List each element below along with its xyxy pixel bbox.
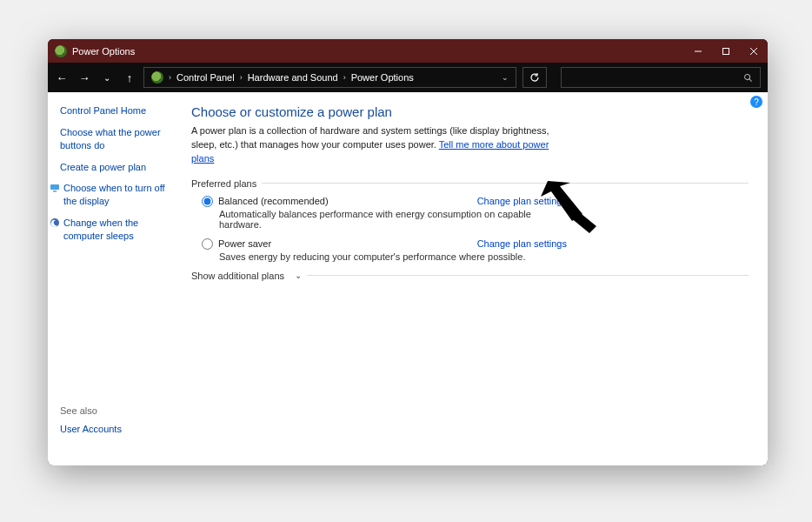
refresh-button[interactable] bbox=[522, 67, 547, 88]
chevron-down-icon[interactable]: ⌄ bbox=[502, 73, 509, 82]
help-icon[interactable]: ? bbox=[750, 96, 762, 108]
breadcrumb[interactable]: › Control Panel › Hardware and Sound › P… bbox=[143, 67, 516, 88]
plan-name: Power saver bbox=[218, 238, 271, 249]
see-also-label: See also bbox=[60, 405, 174, 416]
sidebar-link[interactable]: Choose what the power buttons do bbox=[60, 126, 174, 152]
svg-rect-1 bbox=[723, 48, 729, 54]
plan-description: Saves energy by reducing your computer's… bbox=[219, 251, 567, 262]
sidebar: Control Panel Home Choose what the power… bbox=[48, 92, 174, 465]
content-area: Control Panel Home Choose what the power… bbox=[48, 92, 768, 465]
radio-input[interactable] bbox=[202, 238, 213, 250]
display-icon bbox=[50, 183, 60, 193]
chevron-down-icon: ⌄ bbox=[290, 271, 302, 280]
radio-input[interactable] bbox=[202, 196, 213, 207]
power-plan-powersaver: Power saver Change plan settings Saves e… bbox=[202, 238, 567, 262]
titlebar: Power Options bbox=[48, 39, 768, 63]
page-title: Choose or customize a power plan bbox=[191, 104, 749, 119]
forward-button[interactable]: → bbox=[77, 71, 91, 84]
plan-description: Automatically balances performance with … bbox=[219, 209, 567, 230]
breadcrumb-icon bbox=[151, 71, 163, 84]
change-plan-link[interactable]: Change plan settings bbox=[477, 238, 567, 249]
sidebar-link[interactable]: Change when the computer sleeps bbox=[63, 217, 174, 243]
chevron-right-icon: › bbox=[240, 73, 243, 82]
page-description: A power plan is a collection of hardware… bbox=[191, 124, 574, 166]
recent-dropdown-icon[interactable]: ⌄ bbox=[100, 73, 114, 83]
power-plan-balanced: Balanced (recommended) Change plan setti… bbox=[202, 196, 567, 230]
app-icon bbox=[55, 45, 67, 57]
show-additional-plans[interactable]: Show additional plans ⌄ bbox=[191, 271, 749, 281]
sleep-icon bbox=[50, 218, 60, 228]
minimize-button[interactable] bbox=[684, 39, 712, 63]
sidebar-home-link[interactable]: Control Panel Home bbox=[60, 104, 174, 117]
chevron-right-icon: › bbox=[169, 73, 171, 82]
plan-name: Balanced (recommended) bbox=[218, 196, 329, 206]
breadcrumb-item[interactable]: Hardware and Sound bbox=[248, 72, 338, 83]
svg-rect-7 bbox=[53, 191, 57, 192]
back-button[interactable]: ← bbox=[55, 71, 69, 84]
maximize-button[interactable] bbox=[712, 39, 740, 63]
breadcrumb-item[interactable]: Control Panel bbox=[176, 72, 235, 83]
window-title: Power Options bbox=[72, 46, 135, 57]
preferred-plans-label: Preferred plans bbox=[191, 178, 749, 189]
svg-rect-6 bbox=[50, 184, 59, 190]
breadcrumb-item[interactable]: Power Options bbox=[351, 72, 414, 83]
search-input[interactable] bbox=[561, 67, 761, 88]
window: Power Options ← → ⌄ ↑ › Control Panel › bbox=[48, 39, 768, 465]
search-icon bbox=[743, 73, 753, 83]
plan-radio-balanced[interactable]: Balanced (recommended) bbox=[202, 196, 477, 207]
toolbar: ← → ⌄ ↑ › Control Panel › Hardware and S… bbox=[48, 63, 768, 92]
change-plan-link[interactable]: Change plan settings bbox=[477, 196, 567, 206]
main-panel: ? Choose or customize a power plan A pow… bbox=[174, 92, 768, 465]
see-also-link[interactable]: User Accounts bbox=[60, 423, 174, 436]
up-button[interactable]: ↑ bbox=[123, 71, 136, 84]
svg-point-4 bbox=[745, 74, 750, 79]
sidebar-link[interactable]: Choose when to turn off the display bbox=[63, 182, 174, 208]
chevron-right-icon: › bbox=[343, 73, 346, 82]
plan-radio-powersaver[interactable]: Power saver bbox=[202, 238, 477, 250]
svg-line-5 bbox=[749, 78, 752, 81]
close-button[interactable] bbox=[740, 39, 768, 63]
sidebar-link[interactable]: Create a power plan bbox=[60, 161, 174, 174]
window-controls bbox=[684, 39, 768, 63]
